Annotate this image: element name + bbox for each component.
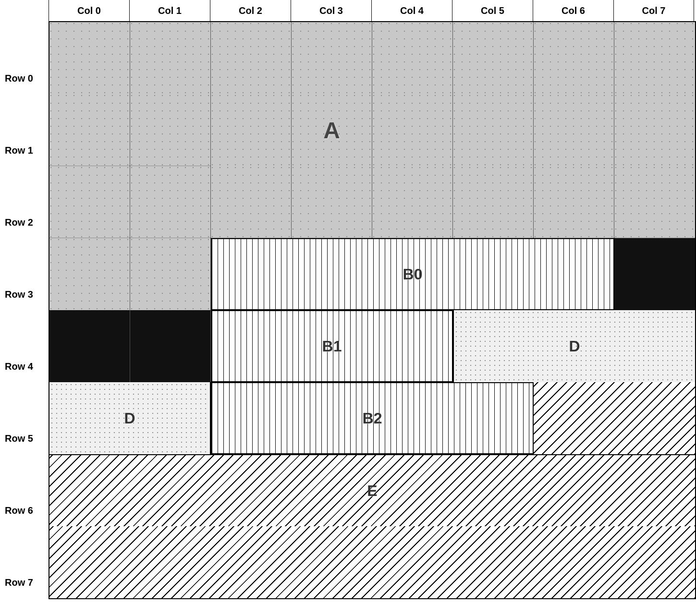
grid-row-3: B0 xyxy=(49,238,695,310)
row-label-2: Row 2 xyxy=(0,186,49,258)
cell-r1-c6 xyxy=(534,94,614,166)
grid-row-7 xyxy=(49,526,695,598)
grid-area: Col 0 Col 1 Col 2 Col 3 Col 4 Col 5 Col … xyxy=(49,0,696,616)
cell-r3-c7 xyxy=(614,238,695,310)
row-label-5: Row 5 xyxy=(0,402,49,474)
cell-r0-c1 xyxy=(130,22,211,94)
row-label-spacer xyxy=(0,21,49,42)
label-D-r5: D xyxy=(124,410,135,427)
cell-r2-c6 xyxy=(534,166,614,238)
cell-r1-c1 xyxy=(130,94,211,166)
cell-r1-c3: A xyxy=(292,94,372,166)
col-headers: Col 0 Col 1 Col 2 Col 3 Col 4 Col 5 Col … xyxy=(49,0,696,21)
cell-r1-c5 xyxy=(453,94,534,166)
cell-r2-c4 xyxy=(372,166,453,238)
cell-r0-c3 xyxy=(292,22,372,94)
col-header-3: Col 3 xyxy=(291,0,371,21)
cell-r1-c4 xyxy=(372,94,453,166)
grid-row-4: B1 D xyxy=(49,310,695,382)
row-label-7: Row 7 xyxy=(0,546,49,616)
cell-r4-d-right: D xyxy=(453,310,695,382)
col-header-1: Col 1 xyxy=(129,0,210,21)
cell-r0-c5 xyxy=(453,22,534,94)
col-header-4: Col 4 xyxy=(371,0,452,21)
grid-rows: A xyxy=(49,21,696,599)
cell-r4-b1: B1 xyxy=(211,310,453,382)
label-B0: B0 xyxy=(403,266,423,283)
cell-r0-c4 xyxy=(372,22,453,94)
label-D-r4: D xyxy=(569,338,580,355)
cell-r5-e-right xyxy=(534,382,695,454)
cell-r4-c0 xyxy=(49,310,130,382)
label-B2: B2 xyxy=(363,410,382,427)
col-header-6: Col 6 xyxy=(533,0,613,21)
cell-r3-b0: B0 xyxy=(211,238,614,310)
row-label-6: Row 6 xyxy=(0,474,49,546)
grid-row-6: E xyxy=(49,454,695,526)
cell-r6-e: E xyxy=(49,454,695,526)
cell-r2-c0 xyxy=(49,166,130,238)
cell-r3-c1 xyxy=(130,238,211,310)
row-labels: Row 0 Row 1 Row 2 Row 3 Row 4 Row 5 Row … xyxy=(0,0,49,616)
cell-r0-c6 xyxy=(534,22,614,94)
cell-r1-c7 xyxy=(614,94,695,166)
row-label-4: Row 4 xyxy=(0,330,49,402)
row-label-3: Row 3 xyxy=(0,258,49,330)
col-header-5: Col 5 xyxy=(452,0,533,21)
main-container: Row 0 Row 1 Row 2 Row 3 Row 4 Row 5 Row … xyxy=(0,0,696,616)
cell-r0-c2 xyxy=(211,22,292,94)
col-header-0: Col 0 xyxy=(49,0,129,21)
label-E: E xyxy=(367,482,377,500)
cell-r4-c1 xyxy=(130,310,211,382)
cell-r0-c7 xyxy=(614,22,695,94)
cell-r2-c2 xyxy=(211,166,292,238)
cell-r2-c7 xyxy=(614,166,695,238)
col-header-7: Col 7 xyxy=(613,0,694,21)
col-header-2: Col 2 xyxy=(210,0,291,21)
cell-r0-c0 xyxy=(49,22,130,94)
cell-r5-d-left: D xyxy=(49,382,211,454)
row-label-0: Row 0 xyxy=(0,42,49,114)
grid-row-0 xyxy=(49,22,695,94)
cell-r2-c3 xyxy=(292,166,372,238)
cell-r1-c2 xyxy=(211,94,292,166)
cell-r7-e xyxy=(49,526,695,598)
cell-r2-c1 xyxy=(130,166,211,238)
grid-row-5: D B2 xyxy=(49,382,695,454)
cell-r2-c5 xyxy=(453,166,534,238)
grid-row-2 xyxy=(49,166,695,238)
label-A: A xyxy=(323,117,340,144)
row-label-1: Row 1 xyxy=(0,114,49,186)
label-B1: B1 xyxy=(322,338,342,355)
cell-r1-c0 xyxy=(49,94,130,166)
cell-r5-b2: B2 xyxy=(211,382,534,454)
grid-row-1: A xyxy=(49,94,695,166)
cell-r3-c0 xyxy=(49,238,130,310)
